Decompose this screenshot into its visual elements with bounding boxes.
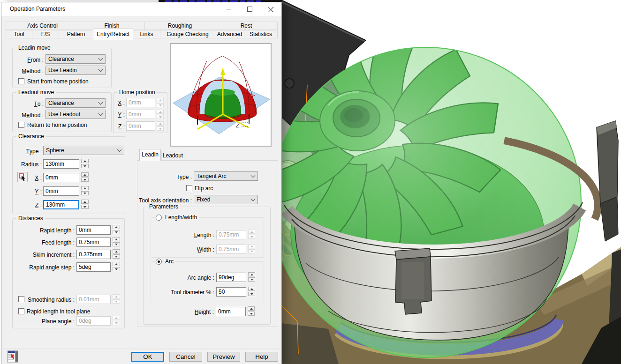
method-label: M̲ethod :: [13, 67, 44, 76]
spinner-up-button[interactable]: [113, 249, 120, 253]
spinner-up-button[interactable]: [81, 159, 89, 163]
tab-statistics[interactable]: Statistics: [244, 30, 278, 38]
chevron-down-icon: [251, 197, 256, 201]
leadout-to-select[interactable]: Clearance: [45, 98, 106, 108]
return-to-home-checkbox[interactable]: [18, 122, 24, 128]
spinner-up-button[interactable]: [248, 272, 255, 276]
spinner-down-button[interactable]: [81, 205, 89, 209]
ok-button[interactable]: OK: [131, 352, 164, 362]
chevron-down-icon: [98, 111, 103, 116]
skim-increment-label: Skim increment :: [13, 250, 75, 260]
tab-fs[interactable]: F/S: [32, 30, 59, 38]
tool-axis-orientation-select[interactable]: Fixed: [194, 195, 258, 204]
smoothing-radius-checkbox[interactable]: [18, 296, 24, 302]
spinner-up-button[interactable]: [248, 306, 255, 311]
rapid-angle-step-label: Rapid angle step :: [13, 263, 75, 272]
spinner-up-button[interactable]: [81, 172, 89, 177]
subtab-leadout[interactable]: Leadout: [161, 151, 184, 161]
clearance-group: Clearance T̲ype : Sphere Radius : X̲ : Y…: [12, 136, 126, 214]
preview-button[interactable]: Preview: [207, 352, 240, 362]
radius-field[interactable]: [43, 159, 79, 169]
minimize-button[interactable]: [218, 2, 239, 16]
distances-group: Distances Rapid length : Feed length : S…: [12, 218, 125, 328]
tool-diameter-field[interactable]: [216, 287, 246, 297]
close-button[interactable]: [260, 2, 281, 16]
spinner-down-button: [157, 115, 164, 119]
feed-length-spinner: [113, 237, 120, 246]
tab-pattern[interactable]: Pattern: [59, 30, 93, 38]
spinner-down-button: [113, 321, 120, 325]
maximize-button[interactable]: [239, 2, 260, 16]
spinner-down-button[interactable]: [81, 178, 89, 182]
feed-length-field[interactable]: [76, 238, 111, 247]
arc-angle-spinner: [248, 272, 255, 282]
tab-links[interactable]: Links: [133, 30, 160, 38]
chevron-down-icon: [98, 56, 103, 61]
help-button[interactable]: Help: [245, 352, 278, 362]
leadin-type-select[interactable]: Tangent Arc: [194, 171, 258, 181]
spinner-up-button[interactable]: [81, 200, 89, 204]
length-width-radio[interactable]: [156, 215, 162, 221]
spinner-down-button[interactable]: [81, 164, 89, 168]
tab-axis-control[interactable]: Axis Control: [6, 22, 79, 30]
group-title: Home position: [117, 89, 157, 96]
clearance-y-spinner: [81, 186, 89, 195]
leadin-type-label: Type :: [137, 172, 192, 182]
rapid-angle-step-field[interactable]: [76, 262, 111, 272]
operation-grid-icon[interactable]: [7, 350, 20, 363]
clearance-z-field[interactable]: [43, 200, 79, 209]
leadin-from-select[interactable]: Clearance: [45, 54, 106, 64]
home-position-group: Home position X̲ : Y̲ : Z̲ :: [113, 92, 167, 133]
spinner-up-button: [157, 110, 164, 114]
smoothing-radius-field: [76, 295, 111, 304]
arc-subgroup: Arc Arc angle : Tool diameter % :: [151, 261, 264, 302]
spinner-down-button: [113, 299, 120, 304]
clearance-y-label: Y̲ :: [13, 187, 42, 196]
subtab-leadin[interactable]: Leadin: [139, 149, 161, 161]
group-title: Distances: [16, 215, 45, 222]
home-y-field: [126, 110, 155, 119]
leadin-method-select[interactable]: Use Leadin: [45, 66, 106, 75]
tab-roughing[interactable]: Roughing: [144, 22, 215, 30]
window-title: Operation Parameters: [10, 6, 65, 12]
start-from-home-checkbox[interactable]: [18, 78, 24, 84]
spinner-up-button[interactable]: [113, 237, 120, 241]
home-y-spinner: [157, 110, 164, 119]
spinner-down-button[interactable]: [113, 230, 120, 234]
spinner-up-button: [157, 98, 164, 102]
clearance-x-field[interactable]: [43, 173, 79, 182]
height-spinner: [248, 306, 255, 316]
from-label: F̲rom :: [13, 55, 44, 65]
spinner-down-button[interactable]: [113, 267, 120, 271]
clearance-y-field[interactable]: [43, 186, 79, 196]
arc-angle-label: Arc angle :: [151, 273, 214, 282]
spinner-up-button[interactable]: [113, 225, 120, 229]
flip-arc-checkbox[interactable]: [186, 185, 192, 191]
clearance-type-select[interactable]: Sphere: [43, 146, 124, 155]
leadin-from-value: Clearance: [48, 56, 74, 62]
tab-rest[interactable]: Rest: [215, 22, 278, 30]
spinner-down-button[interactable]: [113, 242, 120, 246]
spinner-up-button[interactable]: [248, 287, 255, 291]
spinner-down-button[interactable]: [248, 312, 255, 316]
spinner-up-button[interactable]: [113, 262, 120, 266]
spinner-down-button[interactable]: [248, 277, 255, 282]
tab-gouge-checking[interactable]: Gouge Checking: [160, 30, 215, 38]
rapid-length-tool-plane-checkbox[interactable]: [18, 308, 24, 314]
skim-increment-field[interactable]: [76, 250, 111, 259]
arc-angle-field[interactable]: [216, 273, 246, 282]
titlebar[interactable]: Operation Parameters: [1, 2, 281, 16]
rapid-length-field[interactable]: [76, 225, 111, 235]
spinner-down-button[interactable]: [81, 191, 89, 195]
tab-advanced[interactable]: Advanced: [215, 30, 244, 38]
spinner-down-button[interactable]: [248, 292, 255, 296]
cancel-button[interactable]: Cancel: [169, 352, 202, 362]
leadout-method-select[interactable]: Use Leadout: [45, 110, 106, 119]
height-field[interactable]: [216, 307, 246, 316]
arc-radio[interactable]: [156, 259, 162, 265]
tab-entry-retract[interactable]: Entry/Retract: [93, 29, 133, 40]
spinner-down-button[interactable]: [113, 254, 120, 259]
spinner-up-button[interactable]: [81, 186, 89, 190]
leadin-method-value: Use Leadin: [48, 67, 77, 74]
tab-tool[interactable]: Tool: [6, 30, 32, 38]
